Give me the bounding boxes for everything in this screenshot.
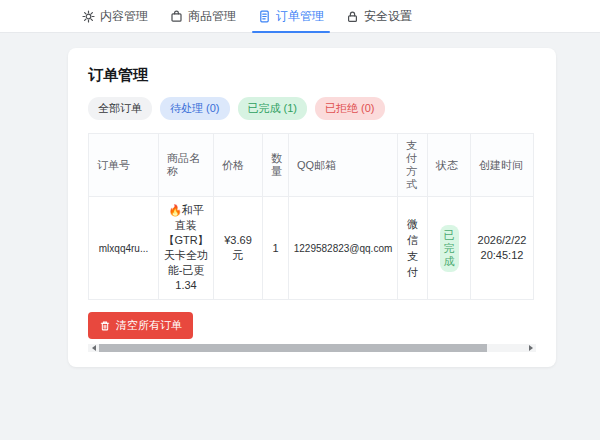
col-header-product: 商品名称 [159, 134, 214, 197]
col-header-payment: 支付方式 [398, 134, 428, 197]
tab-label: 安全设置 [364, 8, 412, 25]
cell-order-id: mlxqq4ru... [89, 197, 159, 300]
gear-icon [82, 10, 95, 23]
tab-content-management[interactable]: 内容管理 [76, 0, 154, 32]
horizontal-scrollbar[interactable] [88, 344, 536, 352]
lock-icon [346, 10, 359, 23]
tab-label: 订单管理 [276, 8, 324, 25]
payment-method-text: 微信支付 [406, 216, 419, 280]
filter-all-orders[interactable]: 全部订单 [88, 97, 152, 120]
order-management-panel: 订单管理 全部订单 待处理 (0) 已完成 (1) 已拒绝 (0) 订单号 商品… [68, 48, 556, 367]
tab-security-settings[interactable]: 安全设置 [340, 0, 418, 32]
package-icon [170, 10, 183, 23]
scroll-right-arrow-icon[interactable] [525, 344, 536, 352]
scroll-left-arrow-icon[interactable] [88, 344, 99, 352]
cell-created-time: 2026/2/22 20:45:12 [471, 197, 534, 300]
tab-label: 商品管理 [188, 8, 236, 25]
tab-order-management[interactable]: 订单管理 [252, 0, 330, 32]
page-body: 订单管理 全部订单 待处理 (0) 已完成 (1) 已拒绝 (0) 订单号 商品… [0, 33, 600, 367]
clear-button-label: 清空所有订单 [116, 318, 182, 333]
filter-pending[interactable]: 待处理 (0) [160, 97, 230, 120]
tab-product-management[interactable]: 商品管理 [164, 0, 242, 32]
page-title: 订单管理 [88, 66, 536, 85]
col-header-order-id: 订单号 [89, 134, 159, 197]
cell-quantity: 1 [263, 197, 289, 300]
col-header-email: QQ邮箱 [289, 134, 398, 197]
document-icon [258, 10, 271, 23]
table-row: mlxqq4ru... 🔥和平直装【GTR】天卡全功能-已更1.34 ¥3.69… [89, 197, 534, 300]
col-header-created: 创建时间 [471, 134, 534, 197]
cell-qq-email: 1229582823@qq.com [289, 197, 398, 300]
filter-completed[interactable]: 已完成 (1) [238, 97, 308, 120]
cell-payment-method: 微信支付 [398, 197, 428, 300]
status-badge: 已完成 [440, 225, 459, 272]
col-header-quantity: 数量 [263, 134, 289, 197]
table-header-row: 订单号 商品名称 价格 数量 QQ邮箱 支付方式 状态 创建时间 [89, 134, 534, 197]
top-navigation: 内容管理 商品管理 订单管理 安全设置 [0, 0, 600, 33]
cell-product-name: 🔥和平直装【GTR】天卡全功能-已更1.34 [159, 197, 214, 300]
scrollbar-thumb[interactable] [99, 344, 487, 352]
clear-all-orders-button[interactable]: 清空所有订单 [88, 312, 193, 339]
trash-icon [99, 320, 111, 332]
col-header-price: 价格 [214, 134, 263, 197]
filter-rejected[interactable]: 已拒绝 (0) [315, 97, 385, 120]
orders-table: 订单号 商品名称 价格 数量 QQ邮箱 支付方式 状态 创建时间 mlxqq4r… [88, 133, 534, 300]
col-header-status: 状态 [428, 134, 471, 197]
scrollbar-track[interactable] [99, 344, 525, 352]
order-filter-bar: 全部订单 待处理 (0) 已完成 (1) 已拒绝 (0) [88, 97, 536, 120]
cell-price: ¥3.69元 [214, 197, 263, 300]
cell-status: 已完成 [428, 197, 471, 300]
tab-label: 内容管理 [100, 8, 148, 25]
